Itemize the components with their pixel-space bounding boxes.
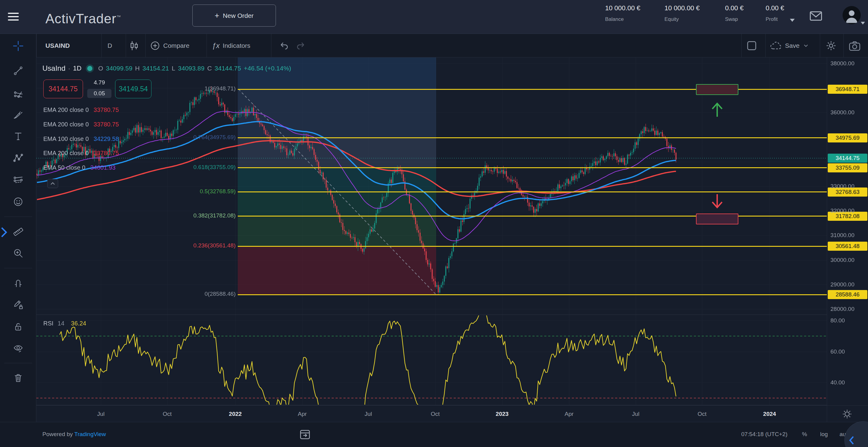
indicator-row[interactable]: EMA 50 close 034601.93 <box>43 164 115 172</box>
indicator-name: EMA 100 close 0 <box>43 136 89 143</box>
price-axis-tick: 29000.00 <box>831 281 855 288</box>
indicator-value: 34229.58 <box>94 136 119 143</box>
symbol-button[interactable]: USAIND <box>45 34 70 58</box>
chart-toolbar: USAIND D Compare ƒx Indicators <box>0 34 868 58</box>
trash-icon[interactable] <box>13 373 23 383</box>
rsi-axis-tick: 40.00 <box>831 379 845 386</box>
chevron-down-icon <box>803 42 809 49</box>
toolbar-separator <box>843 34 844 58</box>
price-axis-tick: 28000.00 <box>831 306 855 312</box>
drawing-mode-icon[interactable] <box>13 300 23 310</box>
price-axis-tick: 30000.00 <box>831 257 855 264</box>
chart-legend: UsaInd · 1D O34099.59 H34154.21 L34093.8… <box>42 64 291 73</box>
market-status-icon <box>87 66 92 71</box>
mail-icon[interactable] <box>808 8 824 24</box>
redo-icon[interactable] <box>295 34 306 58</box>
fullscreen-icon[interactable] <box>746 34 758 58</box>
chart-settings-icon[interactable] <box>825 34 837 58</box>
indicator-value: 33780.75 <box>94 106 119 114</box>
time-axis-year: 2024 <box>763 411 776 417</box>
xabcd-pattern-icon[interactable] <box>13 153 23 163</box>
undo-icon[interactable] <box>279 34 289 58</box>
indicators-button[interactable]: ƒx Indicators <box>212 34 250 58</box>
price-axis-tick: 38000.00 <box>831 60 855 67</box>
indicator-name: EMA 50 close 0 <box>43 164 85 172</box>
price-badge: 30561.48 <box>828 242 867 251</box>
legend-collapse-button[interactable] <box>47 179 58 188</box>
buy-button[interactable]: 34149.54 <box>115 79 151 98</box>
emoji-icon[interactable] <box>13 197 23 207</box>
interval-button[interactable]: D <box>107 34 112 58</box>
account-stat-equity: 10 000.00 €Equity <box>664 4 716 22</box>
indicator-row[interactable]: EMA 100 close 034229.58 <box>43 136 119 143</box>
price-chart-canvas[interactable] <box>36 58 827 405</box>
watchlist-expand-icon[interactable] <box>0 225 8 240</box>
price-axis-tick: 33000.00 <box>831 183 855 190</box>
clock[interactable]: 07:54:18 (UTC+2) <box>741 431 787 438</box>
time-axis-month: Apr <box>564 411 574 417</box>
chart-style-button[interactable] <box>129 34 140 58</box>
rsi-period: 14 <box>58 320 64 327</box>
app-logo: ActivTrader™ <box>45 0 121 34</box>
go-to-date-icon[interactable] <box>298 427 312 441</box>
price-badge: 32768.63 <box>828 187 867 197</box>
axis-settings-icon[interactable] <box>841 408 853 420</box>
rsi-axis-tick: 80.00 <box>831 317 845 324</box>
zoom-in-icon[interactable] <box>13 248 23 258</box>
top-header: ActivTrader™ + New Order 10 000.00 €Bala… <box>0 0 868 34</box>
stat-value: 10 000.00 € <box>605 4 657 12</box>
percent-scale-button[interactable]: % <box>802 431 807 438</box>
indicator-value: 34601.93 <box>90 164 115 172</box>
trademark: ™ <box>116 14 121 20</box>
ruler-icon[interactable] <box>13 227 23 237</box>
toolbar-separator <box>820 34 820 58</box>
price-badge: 28588.46 <box>828 290 867 299</box>
screenshot-icon[interactable] <box>848 34 861 58</box>
candlestick-icon <box>129 40 140 52</box>
save-button[interactable]: Save <box>769 34 809 58</box>
sidebar-separator <box>4 363 32 363</box>
time-axis-month: Oct <box>431 411 440 417</box>
indicator-name: EMA 200 close 0 <box>43 121 89 129</box>
stat-label: Balance <box>605 16 657 22</box>
sell-button[interactable]: 34144.75 <box>43 79 83 98</box>
legend-symbol[interactable]: UsaInd <box>42 64 65 73</box>
rsi-value: 36.24 <box>71 320 86 327</box>
price-badge: 31782.08 <box>828 212 867 221</box>
compare-button[interactable]: Compare <box>150 34 189 58</box>
change-value: +46.54 (+0.14%) <box>244 65 291 72</box>
spread-high: 4.79 <box>87 79 112 86</box>
hide-drawings-icon[interactable] <box>13 343 23 353</box>
pitchfork-icon[interactable] <box>13 89 23 99</box>
trend-line-icon[interactable] <box>13 66 23 76</box>
avatar[interactable] <box>842 6 861 24</box>
indicator-value: 33780.75 <box>94 121 119 129</box>
toolbar-separator <box>126 34 126 58</box>
account-dropdown-icon[interactable] <box>861 22 865 25</box>
time-axis-month: Jul <box>97 411 104 417</box>
crosshair-icon[interactable] <box>13 41 23 51</box>
time-axis-month: Oct <box>163 411 172 417</box>
footer-bar: Powered by TradingView 1D5D1M3M6M1Y5YAll… <box>0 422 868 447</box>
lock-drawings-icon[interactable] <box>13 321 23 332</box>
menu-icon[interactable] <box>8 13 19 21</box>
spread-low: 0.05 <box>87 89 112 98</box>
magnet-icon[interactable] <box>13 278 23 288</box>
current-price-badge: 34144.75 <box>828 153 867 163</box>
chevron-up-icon <box>50 181 55 186</box>
text-tool-icon[interactable] <box>13 131 23 142</box>
indicator-row[interactable]: EMA 200 close 033780.75 <box>43 121 119 129</box>
drawing-toolbar <box>0 34 36 447</box>
projection-icon[interactable] <box>13 174 23 185</box>
new-order-button[interactable]: + New Order <box>192 4 276 27</box>
indicator-row[interactable]: EMA 200 close 033780.75 <box>43 150 119 158</box>
log-scale-button[interactable]: log <box>820 431 828 438</box>
price-axis-tick: 31000.00 <box>831 232 855 239</box>
price-badge: 36948.71 <box>828 85 867 94</box>
time-axis-month: Jul <box>632 411 639 417</box>
profit-dropdown-icon[interactable] <box>790 19 795 22</box>
tradingview-link[interactable]: TradingView <box>74 431 106 437</box>
price-badge: 33755.09 <box>828 163 867 172</box>
brush-icon[interactable] <box>13 110 23 120</box>
indicator-row[interactable]: EMA 200 close 033780.75 <box>43 106 119 114</box>
